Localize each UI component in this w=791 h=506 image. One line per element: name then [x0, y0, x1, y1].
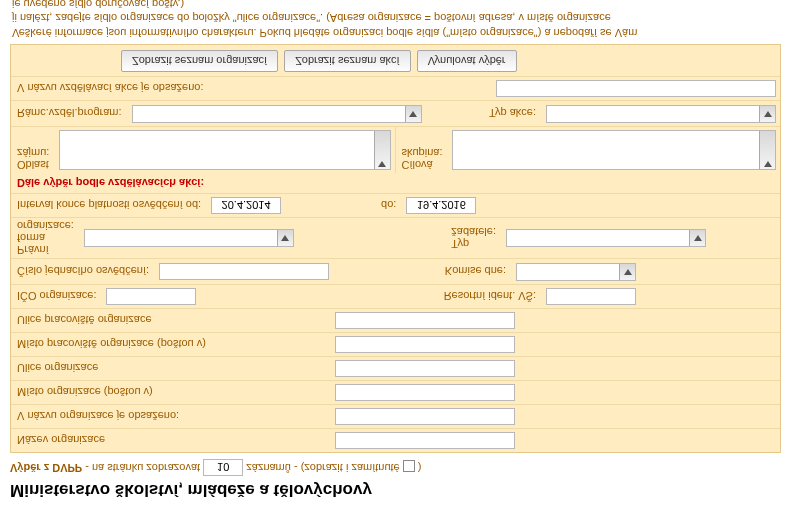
- target-group-select[interactable]: [452, 130, 776, 170]
- chevron-down-icon: [374, 131, 390, 169]
- label-ico: IČO organizace:: [11, 287, 102, 307]
- chevron-down-icon: [405, 106, 421, 122]
- chevron-down-icon: [759, 106, 775, 122]
- chevron-down-icon: [689, 230, 705, 246]
- legend-t3: ): [418, 462, 422, 474]
- applicant-type-select[interactable]: [506, 229, 706, 247]
- action-type-select[interactable]: [546, 105, 776, 123]
- work-street-input[interactable]: [335, 312, 515, 329]
- label-interval-to: do:: [375, 195, 402, 215]
- chevron-down-icon: [759, 131, 775, 169]
- edu-name-contains-input[interactable]: [496, 80, 776, 97]
- page-title: Ministerstvo školství, mládeže a tělovýc…: [10, 480, 781, 500]
- org-place-post-input[interactable]: [335, 384, 515, 401]
- label-res-id: Resortní ident. VŠ:: [438, 287, 542, 307]
- label-org-place-post: Místo organizace (poštou v): [11, 383, 331, 403]
- date-from-input[interactable]: [211, 197, 281, 214]
- show-org-button[interactable]: Zobrazit seznam organizací: [121, 50, 278, 72]
- footer-note: Veškeré informace jsou informativního ch…: [10, 0, 781, 44]
- org-name-contains-input[interactable]: [335, 408, 515, 425]
- org-name-input[interactable]: [335, 432, 515, 449]
- edu-program-select[interactable]: [132, 105, 422, 123]
- label-action-type: Typ akce:: [483, 103, 542, 123]
- show-rejected-checkbox[interactable]: [403, 460, 415, 472]
- label-edu-program: Rámc.vzděl.program:: [11, 103, 128, 123]
- org-street-input[interactable]: [335, 360, 515, 377]
- legend-t1: - na stránku zobrazovat: [82, 462, 203, 474]
- filter-form: Název organizace V názvu organizace je o…: [10, 44, 781, 453]
- clear-button[interactable]: Vynulovat výběr: [417, 50, 517, 72]
- label-cj: Číslo jednacího osvědčení:: [11, 262, 155, 282]
- label-org-street: Ulice organizace: [11, 359, 331, 379]
- cj-input[interactable]: [159, 263, 329, 280]
- date-to-input[interactable]: [406, 197, 476, 214]
- show-actions-button[interactable]: Zobrazit seznam akcí: [284, 50, 411, 72]
- label-applicant-type: Typ žadatele:: [445, 224, 502, 252]
- label-org-name-contains: V názvu organizace je obsaženo:: [11, 407, 331, 427]
- res-id-input[interactable]: [546, 288, 636, 305]
- interest-area-select[interactable]: [59, 130, 390, 170]
- ico-input[interactable]: [106, 288, 196, 305]
- label-commission: Komise dne:: [439, 262, 512, 282]
- label-org-name: Název organizace: [11, 431, 331, 451]
- label-interval-from: Interval konce platnosti osvědčení od:: [11, 195, 207, 215]
- chevron-down-icon: [619, 264, 635, 280]
- legend-bold: Výběr z DVPP: [10, 462, 82, 474]
- legend-t2: záznamů - (zobrazit i zamítnuté: [246, 462, 403, 474]
- legend-row: Výběr z DVPP - na stránku zobrazovat záz…: [10, 459, 781, 476]
- label-edu-name-contains: V názvu vzdělávací akce je obsaženo:: [11, 78, 210, 98]
- commission-date-select[interactable]: [516, 263, 636, 281]
- records-per-page-input[interactable]: [203, 459, 243, 476]
- label-interest-area: Oblast zájmu:: [11, 127, 55, 173]
- chevron-down-icon: [277, 230, 293, 246]
- legal-form-select[interactable]: [84, 229, 294, 247]
- label-legal-form: Právní forma organizace:: [11, 218, 80, 258]
- label-work-street: Ulice pracoviště organizace: [11, 311, 331, 331]
- label-work-place-post: Místo pracoviště organizace (poštou v): [11, 335, 331, 355]
- work-place-post-input[interactable]: [335, 336, 515, 353]
- section-education-title: Dále výběr podle vzdělávacích akcí:: [11, 173, 780, 194]
- label-target-group: Cílová skupina:: [396, 127, 449, 173]
